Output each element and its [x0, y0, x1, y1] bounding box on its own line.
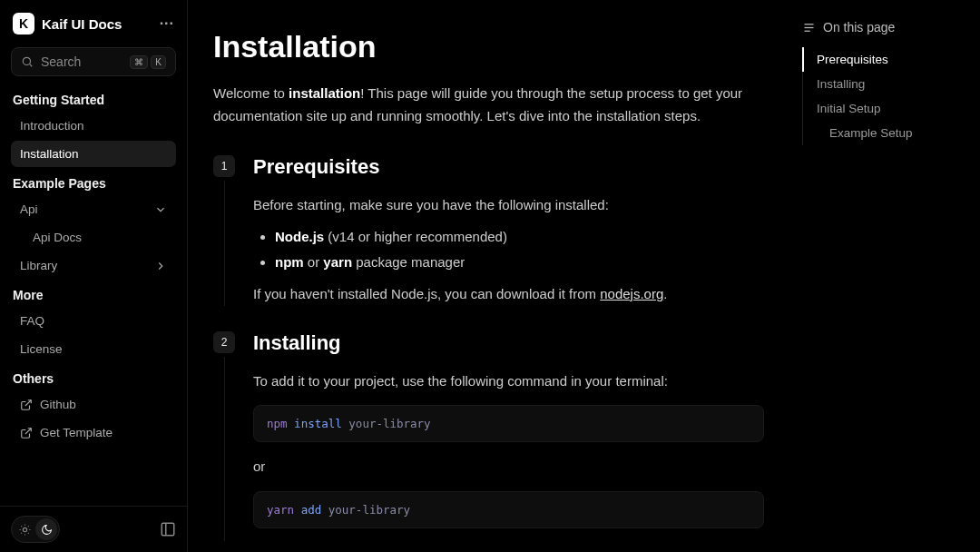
toc-item-installing[interactable]: Installing — [802, 72, 967, 96]
toc-item-initial-setup[interactable]: Initial Setup — [802, 96, 967, 121]
section-header: More — [13, 288, 174, 302]
panel-icon — [160, 521, 176, 537]
svg-line-2 — [25, 399, 31, 405]
sidebar-item-introduction[interactable]: Introduction — [11, 113, 176, 139]
paragraph: If you haven't installed Node.js, you ca… — [253, 282, 764, 306]
section-header: Example Pages — [13, 176, 174, 191]
toc-item-prerequisites[interactable]: Prerequisites — [802, 47, 967, 72]
chevron-right-icon — [154, 260, 167, 272]
moon-icon — [41, 524, 53, 536]
search-placeholder: Search — [41, 54, 81, 69]
svg-line-8 — [27, 532, 28, 533]
search-icon — [21, 55, 34, 68]
brand-row: K Kaif UI Docs ··· — [11, 11, 176, 36]
search-input[interactable]: Search ⌘K — [11, 47, 176, 76]
code-block[interactable]: yarn add your-library — [253, 491, 764, 528]
external-link-icon — [20, 427, 33, 439]
svg-line-1 — [30, 64, 33, 67]
brand-logo: K — [13, 13, 34, 34]
paragraph: Before starting, make sure you have the … — [253, 193, 764, 217]
list-icon — [802, 21, 816, 34]
more-menu-icon[interactable]: ··· — [160, 15, 174, 32]
theme-dark-button[interactable] — [35, 518, 57, 540]
toggle-sidebar-button[interactable] — [160, 521, 176, 537]
svg-line-3 — [25, 428, 31, 433]
svg-line-7 — [21, 526, 22, 527]
svg-rect-13 — [162, 523, 174, 536]
theme-toggle[interactable] — [11, 516, 60, 543]
theme-light-button[interactable] — [14, 518, 35, 540]
external-link-icon — [20, 399, 33, 411]
page-title: Installation — [213, 29, 764, 64]
sidebar-item-faq[interactable]: FAQ — [11, 308, 176, 334]
paragraph: To add it to your project, use the follo… — [253, 370, 764, 393]
section-heading-prerequisites: Prerequisites — [253, 155, 764, 179]
step-number: 2 — [213, 331, 235, 353]
section-header: Getting Started — [13, 93, 174, 107]
svg-point-0 — [23, 57, 30, 64]
sidebar-item-installation[interactable]: Installation — [11, 141, 176, 167]
table-of-contents: On this page Prerequisites Installing In… — [789, 0, 980, 552]
sidebar-item-license[interactable]: License — [11, 336, 176, 362]
sidebar-item-api-docs[interactable]: Api Docs — [11, 224, 176, 251]
sidebar-item-api[interactable]: Api — [11, 196, 176, 222]
section-header: Others — [13, 371, 174, 386]
sidebar-footer — [0, 506, 187, 552]
main-content: Installation Welcome to installation! Th… — [188, 0, 789, 552]
or-text: or — [253, 455, 764, 478]
sidebar: K Kaif UI Docs ··· Search ⌘K Getting Sta… — [0, 0, 188, 552]
list-item: Node.js (v14 or higher recommended) — [275, 225, 764, 249]
section-heading-installing: Installing — [253, 331, 764, 355]
step-number: 1 — [213, 155, 235, 177]
toc-item-example-setup[interactable]: Example Setup — [802, 121, 967, 145]
svg-line-11 — [21, 532, 22, 533]
sidebar-item-get-template[interactable]: Get Template — [11, 419, 176, 446]
nodejs-link[interactable]: nodejs.org — [600, 286, 663, 301]
intro-paragraph: Welcome to installation! This page will … — [213, 83, 764, 128]
brand-title: Kaif UI Docs — [42, 16, 122, 32]
svg-point-4 — [23, 527, 26, 531]
list-item: npm or yarn package manager — [275, 251, 764, 274]
sun-icon — [19, 524, 31, 536]
sidebar-item-github[interactable]: Github — [11, 391, 176, 418]
sidebar-item-library[interactable]: Library — [11, 252, 176, 279]
svg-line-12 — [27, 526, 28, 527]
chevron-down-icon — [154, 203, 167, 216]
code-block[interactable]: npm install your-library — [253, 405, 764, 442]
search-shortcut: ⌘K — [130, 55, 166, 69]
brand-link[interactable]: K Kaif UI Docs — [13, 13, 122, 34]
toc-header: On this page — [802, 20, 967, 34]
